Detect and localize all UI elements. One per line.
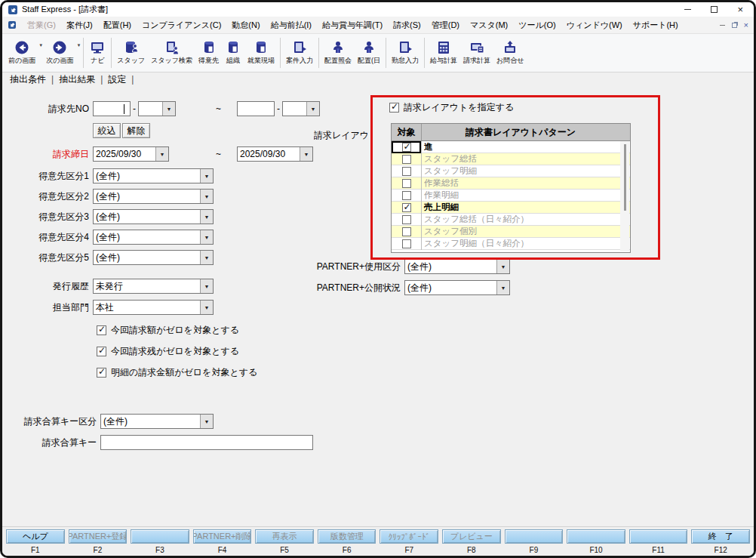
toolbar-button-assignment-day[interactable]: 配置(日	[355, 39, 383, 67]
row-checkbox[interactable]	[402, 203, 411, 212]
table-row[interactable]: 売上明細	[392, 202, 630, 214]
fkey-partner-register-button[interactable]: PARTNER+登録	[69, 529, 128, 544]
department-combo[interactable]: 本社	[93, 300, 214, 315]
tab-settings[interactable]: 設定	[108, 73, 139, 86]
row-checkbox-cell[interactable]	[392, 165, 422, 177]
fkey-f3-button[interactable]	[131, 529, 189, 544]
checkbox[interactable]	[97, 368, 106, 378]
row-checkbox[interactable]	[402, 167, 411, 176]
row-checkbox-cell[interactable]	[392, 214, 422, 226]
clear-button[interactable]: 解除	[122, 123, 150, 138]
menu-compliance[interactable]: コンプライアンス(C)	[142, 20, 221, 31]
dropdown-arrow-icon[interactable]	[300, 147, 312, 161]
dropdown-arrow-icon[interactable]	[200, 279, 213, 293]
dropdown-arrow-icon[interactable]	[162, 102, 175, 116]
fkey-refresh-button[interactable]: 再表示	[255, 529, 314, 544]
table-scrollbar[interactable]	[620, 141, 629, 251]
toolbar-button-invoice-calc[interactable]: 請求計算	[460, 39, 493, 67]
row-checkbox[interactable]	[402, 215, 411, 224]
fkey-preview-button[interactable]: プレビュー	[442, 529, 501, 544]
table-row[interactable]: スタッフ個別	[392, 226, 630, 238]
maximize-icon[interactable]	[711, 6, 718, 13]
mdi-restore-icon[interactable]	[732, 23, 737, 28]
toolbar-button-navi[interactable]: ナビ	[86, 39, 109, 67]
dropdown-arrow-icon[interactable]	[200, 230, 213, 244]
table-row[interactable]: スタッフ総括（日々紹介）	[392, 214, 630, 226]
toolbar-button-staff-search[interactable]: スタッフ検索	[148, 39, 195, 67]
toolbar-button-next-screen[interactable]: 次の画面	[43, 39, 76, 67]
fkey-version-manage-button[interactable]: 版数管理	[318, 529, 376, 544]
fkey-f9-button[interactable]	[505, 529, 564, 544]
mdi-minimize-icon[interactable]	[720, 25, 725, 26]
toolbar-button-case-input[interactable]: 案件入力	[283, 39, 316, 67]
row-checkbox[interactable]	[402, 155, 411, 164]
row-checkbox-cell[interactable]	[392, 177, 422, 190]
row-checkbox[interactable]	[402, 191, 411, 200]
menu-master[interactable]: マスタ(M)	[470, 20, 508, 31]
row-checkbox-cell[interactable]	[392, 238, 422, 250]
fkey-partner-delete-button[interactable]: PARTNER+削除	[193, 529, 252, 544]
toolbar-button-prev-screen[interactable]: 前の画面	[5, 39, 38, 67]
row-checkbox[interactable]	[402, 227, 411, 236]
tab-extraction-results[interactable]: 抽出結果	[59, 73, 108, 86]
table-row[interactable]: スタッフ明細	[392, 165, 630, 177]
table-row[interactable]: スタッフ総括	[392, 153, 630, 165]
fkey-exit-button[interactable]: 終 了	[691, 529, 750, 544]
client-category4-combo[interactable]: (全件)	[93, 230, 214, 245]
billing-no-to-branch-combo[interactable]	[282, 101, 320, 116]
menu-case[interactable]: 案件(J)	[66, 20, 93, 31]
toolbar-button-worksite[interactable]: 就業現場	[244, 39, 278, 67]
toolbar-button-assignment-inquiry[interactable]: 配置照会	[321, 39, 355, 67]
menu-admin[interactable]: 管理(D)	[432, 20, 459, 31]
row-checkbox[interactable]	[402, 239, 411, 248]
billing-no-from-branch-combo[interactable]	[138, 101, 176, 116]
closing-date-to-combo[interactable]: 2025/09/30	[237, 146, 313, 162]
menu-window[interactable]: ウィンドウ(W)	[567, 20, 622, 31]
narrow-button[interactable]: 絞込	[93, 123, 121, 138]
table-row[interactable]: 作業明細	[392, 190, 630, 202]
billing-no-from-input[interactable]	[93, 101, 131, 116]
checkbox[interactable]	[97, 347, 106, 356]
menu-tools[interactable]: ツール(O)	[518, 20, 555, 31]
dropdown-arrow-icon[interactable]	[200, 301, 213, 314]
toolbar-button-attendance-input[interactable]: 勤怠入力	[389, 39, 422, 67]
table-row[interactable]: 作業総括	[392, 177, 630, 190]
checkbox[interactable]	[97, 325, 106, 335]
table-row[interactable]: 進	[392, 141, 630, 153]
toolbar-button-client[interactable]: 得意先	[195, 39, 222, 67]
menu-sales[interactable]: 営業(G)	[27, 20, 56, 31]
dropdown-arrow-icon[interactable]	[496, 260, 509, 273]
client-category5-combo[interactable]: (全件)	[93, 250, 214, 265]
toolbar-button-payroll-calc[interactable]: 給与計算	[427, 39, 460, 67]
client-category2-combo[interactable]: (全件)	[93, 189, 214, 204]
tab-extraction-conditions[interactable]: 抽出条件	[10, 73, 59, 86]
client-category3-combo[interactable]: (全件)	[93, 209, 214, 224]
dropdown-arrow-icon[interactable]	[200, 190, 213, 203]
dropdown-arrow-icon[interactable]	[200, 251, 213, 264]
checkbox[interactable]	[389, 103, 399, 113]
close-icon[interactable]: ×	[737, 5, 743, 14]
zero-detail-checkbox-row[interactable]: 明細の請求金額がゼロを対象とする	[97, 365, 257, 379]
dropdown-arrow-icon[interactable]	[496, 281, 509, 294]
partner-use-combo[interactable]: (全件)	[404, 259, 510, 274]
menu-support[interactable]: サポート(H)	[633, 20, 678, 31]
dropdown-arrow-icon[interactable]	[155, 147, 168, 161]
fkey-help-button[interactable]: ヘルプ	[6, 529, 65, 544]
partner-publish-combo[interactable]: (全件)	[404, 280, 510, 295]
menu-assignment[interactable]: 配置(H)	[103, 20, 131, 31]
toolbar-button-inquiry[interactable]: お問合せ	[493, 39, 527, 67]
merge-key-category-combo[interactable]: (全件)	[100, 414, 214, 429]
row-checkbox[interactable]	[402, 179, 411, 188]
menu-billing[interactable]: 請求(S)	[393, 20, 421, 31]
row-checkbox-cell[interactable]	[392, 202, 422, 214]
fkey-f10-button[interactable]	[567, 529, 625, 544]
billing-no-to-input[interactable]	[237, 101, 275, 116]
dropdown-arrow-icon[interactable]	[200, 169, 213, 183]
zero-balance-checkbox-row[interactable]: 今回請求残がゼロを対象とする	[97, 344, 239, 358]
merge-key-input[interactable]	[100, 435, 313, 450]
minimize-icon[interactable]	[684, 9, 691, 10]
table-row[interactable]: スタッフ明細（日々紹介）	[392, 238, 630, 250]
dropdown-arrow-icon[interactable]	[200, 210, 213, 224]
dropdown-arrow-icon[interactable]	[306, 102, 319, 116]
toolbar-button-organization[interactable]: 組織	[222, 39, 244, 67]
